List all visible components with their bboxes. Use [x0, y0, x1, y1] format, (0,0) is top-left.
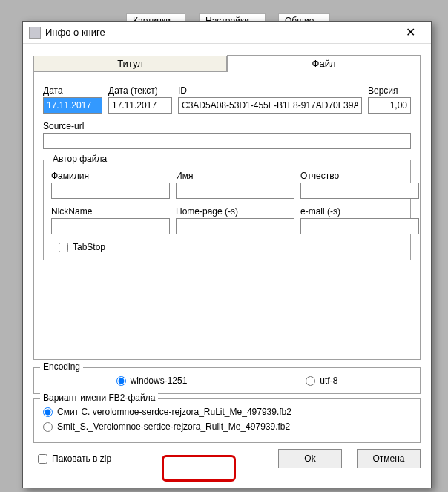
patronym-input[interactable] [300, 183, 419, 199]
date-text-input[interactable] [108, 97, 172, 114]
filename-option-0[interactable]: Смит С. verolomnoe-serdce-rejzora_RuLit_… [43, 407, 411, 417]
email-label: e-mail (-s) [300, 206, 419, 217]
dialog-footer: Паковать в zip Ok Отмена [33, 449, 421, 468]
id-input[interactable] [178, 97, 362, 114]
name-input[interactable] [176, 183, 294, 199]
name-label: Имя [176, 171, 294, 181]
window-title: Инфо о книге [45, 27, 395, 38]
fb2-filename-legend: Вариант имени FB2-файла [40, 393, 158, 403]
email-input[interactable] [300, 218, 419, 234]
close-button[interactable]: ✕ [395, 22, 425, 43]
patronym-label: Отчество [300, 171, 419, 181]
encoding-win1251-label: windows-1251 [131, 375, 188, 386]
file-author-legend: Автор файла [50, 154, 110, 164]
fb2-filename-group: Вариант имени FB2-файла Смит С. verolomn… [33, 398, 421, 443]
encoding-legend: Encoding [40, 361, 83, 372]
tabstop-checkbox[interactable] [59, 243, 68, 252]
pack-zip-label: Паковать в zip [52, 453, 111, 464]
encoding-group: Encoding windows-1251 utf-8 [33, 367, 421, 394]
app-icon [29, 27, 41, 39]
pack-zip[interactable]: Паковать в zip [38, 453, 111, 464]
cancel-button[interactable]: Отмена [357, 449, 421, 468]
homepage-input[interactable] [176, 218, 294, 234]
nickname-label: NickName [51, 206, 170, 217]
tab-file-panel: Дата Дата (текст) ID Версия Source-url А… [33, 72, 421, 360]
tab-title[interactable]: Титул [33, 56, 227, 72]
filename-option-0-label: Смит С. verolomnoe-serdce-rejzora_RuLit_… [57, 407, 291, 417]
surname-input[interactable] [51, 183, 170, 199]
id-label: ID [178, 85, 362, 96]
tabstop-label: TabStop [73, 242, 105, 252]
source-url-label: Source-url [43, 121, 411, 131]
filename-option-0-radio[interactable] [43, 407, 53, 417]
filename-option-1-radio[interactable] [43, 422, 53, 432]
titlebar: Инфо о книге ✕ [23, 22, 431, 44]
book-info-dialog: Инфо о книге ✕ Титул Файл Дата Дата (тек… [22, 21, 432, 488]
encoding-win1251-radio[interactable] [116, 376, 126, 386]
encoding-utf8-label: utf-8 [320, 375, 337, 386]
filename-option-1-label: Smit_S._Verolomnoe-serdce-rejzora_Rulit_… [57, 422, 290, 432]
date-input[interactable] [43, 97, 102, 114]
ok-button[interactable]: Ok [278, 449, 342, 468]
encoding-utf8-radio[interactable] [306, 376, 315, 386]
tabstrip: Титул Файл [33, 54, 421, 72]
tab-file[interactable]: Файл [227, 55, 421, 72]
date-label: Дата [43, 85, 102, 96]
surname-label: Фамилия [51, 171, 170, 181]
file-author-group: Автор файла Фамилия Имя Отчество NickNam… [43, 160, 411, 260]
source-url-input[interactable] [43, 133, 411, 149]
version-label: Версия [368, 85, 411, 96]
filename-option-1[interactable]: Smit_S._Verolomnoe-serdce-rejzora_Rulit_… [43, 422, 411, 432]
encoding-win1251[interactable]: windows-1251 [116, 375, 188, 386]
pack-zip-checkbox[interactable] [38, 454, 47, 464]
nickname-input[interactable] [51, 218, 170, 234]
encoding-utf8[interactable]: utf-8 [306, 375, 337, 386]
version-input[interactable] [368, 97, 411, 114]
date-text-label: Дата (текст) [108, 85, 172, 96]
homepage-label: Home-page (-s) [176, 206, 294, 217]
